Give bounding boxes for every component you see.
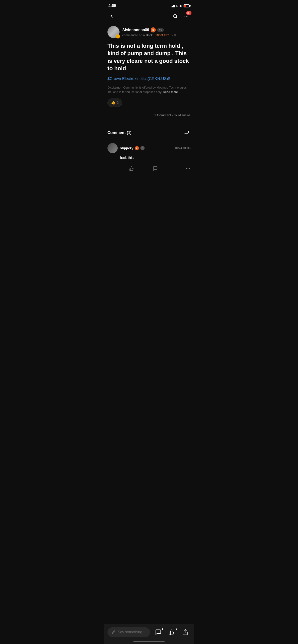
disclaimer: Disclaimer: Community is offered by Moom… [107, 85, 191, 94]
lte-indicator: LTE [176, 4, 182, 8]
status-icons: LTE [171, 4, 190, 8]
status-bar: 4:05 LTE [104, 0, 194, 10]
comment-author-row: slippery 10/24 01:36 [107, 143, 191, 153]
like-count: 2 [117, 100, 119, 104]
stock-tag[interactable]: $Crown Electrokinetics(CRKN.US)$ [107, 76, 191, 81]
comment-name-row: slippery [120, 146, 145, 150]
svg-point-3 [187, 16, 188, 17]
more-button[interactable]: 99+ [182, 12, 191, 20]
post-content: This is not a long term hold , kind of p… [107, 42, 191, 72]
svg-marker-9 [136, 147, 138, 149]
author-info: Alvinnnnnnn89 50 commented on a stock · … [122, 27, 191, 37]
comments-title: Comment (1) [107, 130, 132, 135]
post-stats-text: 1 Comment · 3774 Views [154, 113, 191, 117]
comment-name-group: slippery [120, 146, 145, 150]
comment-author-left: slippery [107, 143, 145, 153]
sort-button[interactable] [183, 129, 191, 136]
comments-section: Comment (1) slippery [104, 125, 194, 176]
svg-point-2 [186, 16, 187, 17]
comments-header: Comment (1) [107, 125, 191, 140]
avatar-wrapper [107, 26, 120, 38]
post-meta: commented on a stock · 10/23 13:18 · [122, 34, 191, 37]
nav-bar: 99+ [104, 10, 194, 23]
comment-like-icon [129, 166, 134, 171]
comment-time: 10/24 01:36 [175, 146, 191, 150]
svg-marker-5 [152, 29, 154, 31]
signal-bar-2 [172, 6, 173, 8]
signal-bar-1 [171, 6, 171, 8]
author-name[interactable]: Alvinnnnnnn89 [122, 28, 149, 32]
post-author: Alvinnnnnnn89 50 commented on a stock · … [107, 26, 191, 38]
comment-reply-button[interactable] [143, 164, 167, 174]
comment-rank-badge [140, 146, 145, 150]
comment-like-button[interactable] [120, 164, 143, 174]
comment-verified-badge [135, 146, 139, 150]
signal-bar-3 [173, 5, 174, 8]
post-action: commented on a stock [122, 34, 153, 37]
sort-icon [184, 130, 190, 136]
battery-fill [184, 5, 186, 7]
battery-icon [184, 4, 190, 8]
author-name-row: Alvinnnnnnn89 50 [122, 27, 191, 32]
like-button[interactable]: 👍 2 [107, 98, 122, 107]
notification-badge: 99+ [186, 11, 191, 15]
comment-more-button[interactable] [167, 164, 191, 174]
comment-reply-icon [153, 166, 158, 171]
comment-avatar[interactable] [107, 143, 118, 153]
comment-author-name[interactable]: slippery [120, 146, 133, 150]
post-stats: 1 Comment · 3774 Views [107, 110, 191, 121]
status-time: 4:05 [108, 4, 116, 8]
signal-bars [171, 4, 175, 8]
level-badge: 50 [157, 28, 164, 32]
svg-point-1 [184, 16, 185, 17]
svg-point-14 [189, 168, 190, 169]
nav-actions: 99+ [172, 12, 191, 20]
signal-bar-4 [174, 5, 175, 8]
comment-actions [107, 164, 191, 174]
globe-icon [174, 34, 177, 37]
thumbs-up-emoji: 👍 [111, 100, 115, 105]
read-more-btn[interactable]: Read more [163, 90, 178, 94]
svg-point-12 [186, 168, 187, 169]
comment-body: fuck this [107, 155, 191, 160]
svg-point-13 [188, 168, 188, 169]
reactions-row: 👍 2 [107, 98, 191, 107]
back-icon [109, 14, 114, 18]
back-button[interactable] [107, 12, 116, 20]
search-button[interactable] [172, 13, 178, 20]
svg-marker-10 [142, 147, 143, 149]
post-date: 10/23 13:18 [155, 34, 171, 37]
comment-item: slippery 10/24 01:36 [107, 140, 191, 176]
search-icon [173, 14, 178, 19]
avatar-star-badge [116, 34, 120, 38]
svg-marker-4 [117, 36, 119, 38]
verified-badge [151, 27, 156, 32]
comment-more-icon [185, 166, 191, 171]
post-container: Alvinnnnnnn89 50 commented on a stock · … [104, 23, 194, 125]
